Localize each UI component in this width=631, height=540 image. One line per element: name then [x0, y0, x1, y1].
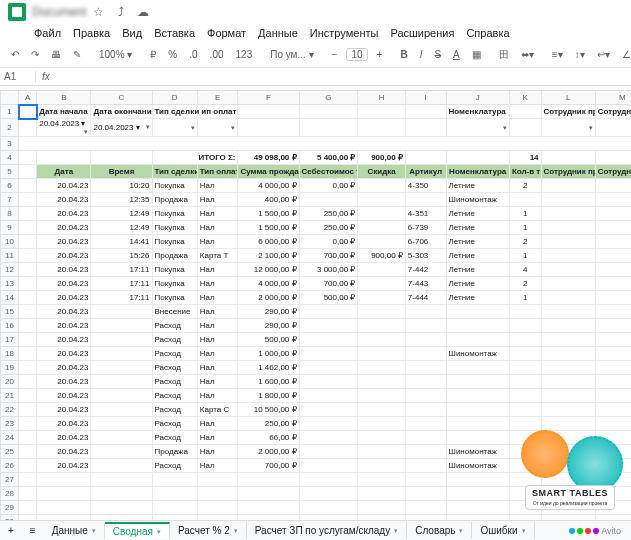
cell-seller[interactable]: [541, 431, 595, 445]
col-E[interactable]: E: [197, 91, 238, 105]
cell-pay[interactable]: Нал: [197, 179, 238, 193]
cell-seller[interactable]: [541, 291, 595, 305]
cell-disc[interactable]: [358, 263, 406, 277]
cell-cost[interactable]: [299, 333, 358, 347]
cell-buyer[interactable]: [595, 389, 631, 403]
cell-art[interactable]: [405, 319, 446, 333]
cell-pay[interactable]: Нал: [197, 361, 238, 375]
cell-buyer[interactable]: [595, 347, 631, 361]
row-10[interactable]: 10: [1, 235, 19, 249]
cell-art[interactable]: [405, 403, 446, 417]
filter-nomen-value[interactable]: [446, 119, 509, 137]
cell-sum[interactable]: 4 000,00 ₽: [238, 179, 299, 193]
cell-buyer[interactable]: [595, 179, 631, 193]
menu-insert[interactable]: Вставка: [154, 27, 195, 39]
redo-icon[interactable]: ↷: [28, 47, 42, 62]
name-box[interactable]: A1: [0, 71, 36, 82]
font-select[interactable]: По ум... ▾: [267, 47, 316, 62]
cell-deal[interactable]: Покупка: [152, 207, 197, 221]
cell-pay[interactable]: Нал: [197, 305, 238, 319]
cell-deal[interactable]: Внесение: [152, 305, 197, 319]
cell-date[interactable]: 20.04.23: [37, 193, 91, 207]
cell-pay[interactable]: Карта Т: [197, 249, 238, 263]
cell-art[interactable]: [405, 333, 446, 347]
row-9[interactable]: 9: [1, 221, 19, 235]
cell-pay[interactable]: Нал: [197, 291, 238, 305]
filter-pay-value[interactable]: [197, 119, 238, 137]
cell-art[interactable]: [405, 417, 446, 431]
currency-icon[interactable]: ₽: [147, 47, 159, 62]
cell-buyer[interactable]: [595, 193, 631, 207]
cell-time[interactable]: 12:35: [91, 193, 152, 207]
cloud-icon[interactable]: ☁: [137, 6, 149, 18]
cell-nomen[interactable]: Летние: [446, 207, 509, 221]
cell-cost[interactable]: [299, 193, 358, 207]
cell-time[interactable]: [91, 445, 152, 459]
cell-time[interactable]: 17:11: [91, 277, 152, 291]
cell-seller[interactable]: [541, 221, 595, 235]
cell-disc[interactable]: [358, 221, 406, 235]
sheets-logo-icon[interactable]: [8, 3, 26, 21]
row-15[interactable]: 15: [1, 305, 19, 319]
cell-seller[interactable]: [541, 305, 595, 319]
cell-sum[interactable]: 290,00 ₽: [238, 305, 299, 319]
cell-date[interactable]: 20.04.23: [37, 333, 91, 347]
cell-qty[interactable]: [509, 445, 541, 459]
cell-deal[interactable]: Покупка: [152, 179, 197, 193]
col-F[interactable]: F: [238, 91, 299, 105]
cell-nomen[interactable]: [446, 389, 509, 403]
halign-icon[interactable]: ≡▾: [549, 47, 566, 62]
cell-cost[interactable]: [299, 417, 358, 431]
cell-seller[interactable]: [541, 263, 595, 277]
cell-nomen[interactable]: [446, 305, 509, 319]
cell-cost[interactable]: [299, 403, 358, 417]
cell-time[interactable]: 15:26: [91, 249, 152, 263]
star-icon[interactable]: ☆: [93, 6, 105, 18]
add-sheet-button[interactable]: +: [0, 523, 22, 538]
cell-deal[interactable]: Расход: [152, 389, 197, 403]
cell-nomen[interactable]: Летние: [446, 235, 509, 249]
rotate-icon[interactable]: ∠▾: [619, 47, 631, 62]
filter-seller-value[interactable]: [541, 119, 595, 137]
cell-art[interactable]: [405, 193, 446, 207]
cell-seller[interactable]: [541, 179, 595, 193]
cell-pay[interactable]: Нал: [197, 235, 238, 249]
cell-disc[interactable]: [358, 417, 406, 431]
cell-buyer[interactable]: [595, 403, 631, 417]
row-22[interactable]: 22: [1, 403, 19, 417]
cell-disc[interactable]: [358, 305, 406, 319]
cell-qty[interactable]: 2: [509, 277, 541, 291]
cell-sum[interactable]: 290,00 ₽: [238, 319, 299, 333]
cell-cost[interactable]: 700,00 ₽: [299, 249, 358, 263]
col-K[interactable]: K: [509, 91, 541, 105]
move-icon[interactable]: ⤴: [115, 6, 127, 18]
cell-sum[interactable]: 700,00 ₽: [238, 459, 299, 473]
cell-deal[interactable]: Расход: [152, 361, 197, 375]
cell-qty[interactable]: [509, 305, 541, 319]
cell-date[interactable]: 20.04.23: [37, 249, 91, 263]
col-D[interactable]: D: [152, 91, 197, 105]
cell-sum[interactable]: 1 462,00 ₽: [238, 361, 299, 375]
cell-nomen[interactable]: Шиномонтаж: [446, 445, 509, 459]
cell-pay[interactable]: Нал: [197, 417, 238, 431]
cell-cost[interactable]: 0,00 ₽: [299, 235, 358, 249]
cell-buyer[interactable]: [595, 417, 631, 431]
cell-buyer[interactable]: [595, 333, 631, 347]
cell-deal[interactable]: Покупка: [152, 291, 197, 305]
cell-sum[interactable]: 250,00 ₽: [238, 417, 299, 431]
cell-qty[interactable]: 4: [509, 263, 541, 277]
cell-buyer[interactable]: [595, 249, 631, 263]
cell-sum[interactable]: 1 500,00 ₽: [238, 207, 299, 221]
cell-time[interactable]: [91, 333, 152, 347]
cell-nomen[interactable]: Летние: [446, 277, 509, 291]
cell-time[interactable]: [91, 361, 152, 375]
cell-cost[interactable]: 250,00 ₽: [299, 221, 358, 235]
cell-seller[interactable]: [541, 277, 595, 291]
cell-art[interactable]: [405, 459, 446, 473]
cell-art[interactable]: 5-303: [405, 249, 446, 263]
cell-disc[interactable]: [358, 193, 406, 207]
cell-deal[interactable]: Продажа: [152, 445, 197, 459]
cell-time[interactable]: 14:41: [91, 235, 152, 249]
cell-art[interactable]: 7-444: [405, 291, 446, 305]
row-23[interactable]: 23: [1, 417, 19, 431]
